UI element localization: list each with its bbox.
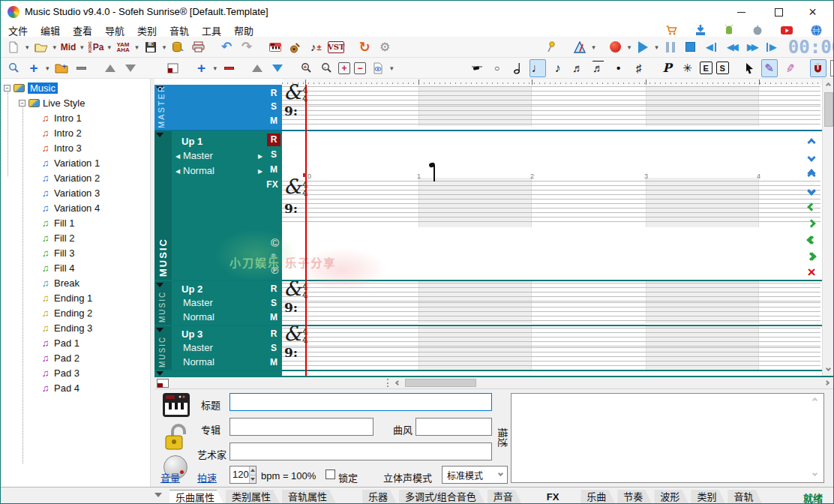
- add-track-dropdown[interactable]: ▾: [214, 64, 218, 72]
- view-options-dropdown[interactable]: ▾: [390, 64, 394, 72]
- unlock-icon[interactable]: [164, 422, 189, 454]
- minimize-button[interactable]: [724, 1, 758, 23]
- new-file-dropdown[interactable]: ▾: [26, 44, 29, 51]
- eighth-note-button[interactable]: ♪: [550, 59, 566, 77]
- metronome-dropdown[interactable]: ▾: [592, 44, 596, 51]
- menu-navigate[interactable]: 导航: [105, 23, 124, 38]
- android-icon[interactable]: [723, 24, 735, 36]
- track-mode[interactable]: Normal: [183, 311, 214, 322]
- track-collapse-icon[interactable]: [156, 133, 164, 137]
- scroll-up-button[interactable]: [826, 83, 830, 87]
- play-dropdown[interactable]: ▾: [655, 44, 658, 51]
- sixteenth-note-button[interactable]: ♬: [570, 59, 586, 77]
- stop-button[interactable]: [682, 38, 699, 56]
- record-button[interactable]: [608, 38, 624, 56]
- track-panel-button[interactable]: [165, 59, 182, 77]
- track-mute-button[interactable]: M: [267, 356, 280, 369]
- rest-duration-button[interactable]: [469, 59, 485, 77]
- routing-left-arrow[interactable]: ◀: [176, 153, 180, 160]
- menu-help[interactable]: 帮助: [234, 23, 254, 38]
- import-yamaha-dropdown[interactable]: ▾: [135, 44, 139, 51]
- move-track-down-button[interactable]: [269, 59, 286, 77]
- import-midi-button[interactable]: Mid: [60, 38, 76, 56]
- tree-item-pad-3[interactable]: ♫Pad 3: [40, 366, 80, 380]
- timeline-ruler[interactable]: [282, 79, 822, 85]
- tree-item-pad-4[interactable]: ♫Pad 4: [40, 381, 80, 395]
- description-textarea[interactable]: [511, 393, 824, 483]
- volume-link[interactable]: 音量: [160, 470, 180, 484]
- save-button[interactable]: [142, 38, 159, 56]
- keyboard-icon[interactable]: [162, 392, 190, 418]
- move-octave-down-button[interactable]: [803, 183, 820, 198]
- track-up2-header[interactable]: MUSIC Up 2 Master Normal R S M: [154, 281, 282, 325]
- move-note-down-button[interactable]: [803, 152, 820, 166]
- tempo-up-button[interactable]: [250, 466, 256, 475]
- track-solo-button[interactable]: S: [267, 342, 280, 355]
- menu-track[interactable]: 音轨: [170, 23, 189, 38]
- save-dropdown[interactable]: ▾: [163, 44, 166, 51]
- title-input[interactable]: [230, 393, 492, 411]
- tree-item-ending-1[interactable]: ♫Ending 1: [40, 291, 92, 305]
- master-record-button[interactable]: R: [267, 87, 280, 100]
- keyboard-panel-button[interactable]: [267, 38, 284, 56]
- settings-gear-icon[interactable]: ⚙: [376, 38, 393, 56]
- select-cursor-button[interactable]: [741, 59, 758, 77]
- shop-cart-icon[interactable]: [665, 24, 678, 36]
- play-button[interactable]: [634, 38, 651, 56]
- track-solo-button[interactable]: S: [267, 297, 280, 310]
- guitar-panel-button[interactable]: [287, 38, 304, 56]
- scroll-down-button[interactable]: [826, 367, 830, 370]
- move-track-up-button[interactable]: [249, 59, 266, 77]
- tree-item-live-style[interactable]: −Live Style: [19, 96, 85, 110]
- tree-item-ending-3[interactable]: ♫Ending 3: [40, 321, 92, 335]
- expand-rows-button[interactable]: +: [338, 62, 350, 74]
- track-mute-button[interactable]: M: [267, 164, 280, 176]
- menu-file[interactable]: 文件: [8, 23, 28, 38]
- mode-left-arrow[interactable]: ◀: [176, 168, 180, 175]
- tree-item-intro-1[interactable]: ♫Intro 1: [40, 111, 82, 125]
- album-input[interactable]: [230, 418, 374, 436]
- expression-e-button[interactable]: E: [700, 62, 712, 74]
- horizontal-scrollbar[interactable]: [154, 376, 834, 388]
- step-back-button[interactable]: ◀: [703, 38, 719, 56]
- fast-forward-button[interactable]: ▶▶: [743, 38, 760, 56]
- vst-button[interactable]: VST: [328, 41, 344, 53]
- tab-track[interactable]: 音轨: [728, 490, 762, 504]
- splitter-dots[interactable]: [387, 379, 389, 387]
- close-button[interactable]: ×: [796, 1, 830, 23]
- track-routing[interactable]: Master: [183, 150, 213, 161]
- tab-instrument[interactable]: 乐器: [362, 490, 397, 504]
- nudge-right-button[interactable]: [803, 216, 820, 231]
- view-options-button[interactable]: [370, 59, 386, 77]
- tab-song-properties[interactable]: 乐曲属性: [170, 490, 224, 504]
- vertical-scrollbar[interactable]: [822, 79, 834, 376]
- add-folder-button[interactable]: +: [53, 59, 70, 77]
- tempo-link[interactable]: 拍速: [197, 470, 217, 484]
- pencil-tool-button[interactable]: ✎: [761, 59, 778, 77]
- track-mode[interactable]: Normal: [183, 356, 214, 368]
- undo-button[interactable]: ↶: [218, 38, 235, 56]
- dotted-note-button[interactable]: •: [610, 59, 627, 77]
- globe-icon[interactable]: [810, 24, 823, 37]
- track-routing[interactable]: Master: [183, 297, 213, 308]
- nudge-left-button[interactable]: [803, 200, 820, 214]
- tab-category[interactable]: 类别: [691, 490, 725, 504]
- eraser-tool-button[interactable]: ✎: [779, 58, 800, 78]
- open-file-button[interactable]: [33, 38, 50, 56]
- pause-button[interactable]: [662, 38, 679, 56]
- youtube-icon[interactable]: [780, 24, 794, 36]
- import-yamaha-button[interactable]: YAMAHA: [115, 38, 131, 56]
- track-up3-header[interactable]: MUSIC Up 3 Master Normal R S M: [154, 326, 282, 370]
- tree-item-intro-3[interactable]: ♫Intro 3: [40, 141, 82, 155]
- track-solo-button[interactable]: S: [267, 148, 280, 161]
- maximize-button[interactable]: [762, 1, 796, 23]
- tree-item-fill-3[interactable]: ♫Fill 3: [40, 246, 74, 260]
- quarter-note-button[interactable]: ♩: [530, 59, 546, 77]
- import-midi-dropdown[interactable]: ▾: [80, 44, 84, 51]
- track-record-button[interactable]: R: [267, 328, 280, 340]
- menu-edit[interactable]: 编辑: [40, 23, 60, 38]
- move-category-up-button[interactable]: [102, 59, 118, 77]
- tree-item-variation-2[interactable]: ♫Variation 2: [40, 171, 100, 185]
- refresh-button[interactable]: ↻: [356, 38, 373, 56]
- playhead-line[interactable]: [305, 85, 307, 376]
